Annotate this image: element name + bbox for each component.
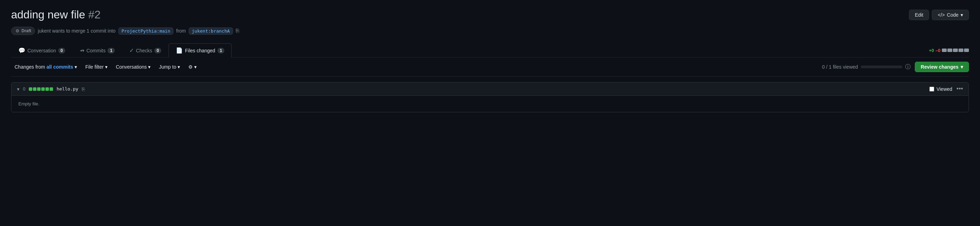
code-button[interactable]: </> Code ▾ — [932, 10, 969, 20]
file-header-right: Viewed ••• — [929, 85, 963, 92]
expand-icon: ▾ — [17, 86, 19, 92]
tab-conversation-badge: 0 — [58, 48, 65, 53]
code-icon: </> — [938, 12, 945, 18]
tab-conversation[interactable]: 💬 Conversation 0 — [11, 43, 73, 57]
jump-to-button[interactable]: Jump to ▾ — [155, 62, 183, 72]
file-filter-chevron-icon: ▾ — [105, 64, 108, 70]
review-changes-label: Review changes — [921, 64, 958, 70]
file-header-left: ▾ 0 hello.py ⎘ — [17, 86, 84, 92]
subtitle-row: ⊙ Draft jukent wants to merge 1 commit i… — [11, 27, 969, 35]
viewed-checkbox-label[interactable]: Viewed — [929, 86, 952, 92]
info-icon[interactable]: ⓘ — [905, 64, 911, 71]
expand-button[interactable]: ▾ — [17, 86, 19, 92]
diff-stat: +0 –0 — [929, 48, 969, 53]
file-diff-block-3 — [37, 88, 41, 91]
pr-title-text: adding new file — [11, 8, 85, 21]
tab-files-changed[interactable]: 📄 Files changed 1 — [169, 43, 232, 57]
diff-block-3 — [953, 49, 958, 52]
file-diff-block-5 — [45, 88, 49, 91]
file-diff-block-1 — [29, 88, 32, 91]
all-commits-label: all commits — [46, 64, 73, 70]
viewed-label: Viewed — [936, 86, 952, 92]
tab-checks-badge: 0 — [154, 48, 162, 53]
head-branch-pill[interactable]: jukent:branchA — [189, 27, 233, 35]
draft-icon: ⊙ — [15, 29, 20, 33]
conversations-label: Conversations — [116, 64, 147, 70]
more-menu-button[interactable]: ••• — [956, 85, 963, 92]
review-changes-button[interactable]: Review changes ▾ — [915, 62, 969, 72]
commits-icon: ↛ — [80, 47, 84, 54]
pr-number: #2 — [88, 8, 100, 21]
draft-badge: ⊙ Draft — [11, 27, 35, 35]
conversations-chevron-icon: ▾ — [148, 64, 151, 70]
diff-blocks — [942, 49, 969, 52]
toolbar-left: Changes from all commits ▾ File filter ▾… — [11, 62, 200, 72]
review-changes-chevron-icon: ▾ — [961, 64, 963, 70]
tab-files-changed-badge: 1 — [218, 48, 225, 53]
diff-plus: +0 — [929, 48, 934, 53]
more-menu-icon: ••• — [956, 85, 963, 92]
file-diff-block-6 — [49, 88, 53, 91]
copy-branch-icon[interactable]: ⎘ — [236, 28, 239, 34]
file-diff-block-2 — [33, 88, 37, 91]
tab-commits-badge: 1 — [108, 48, 115, 53]
diff-block-2 — [947, 49, 952, 52]
subtitle-text-from: from — [176, 28, 186, 33]
code-label: Code — [947, 12, 958, 18]
file-diff-block-4 — [41, 88, 45, 91]
viewed-checkbox-input[interactable] — [929, 87, 934, 92]
file-filter-button[interactable]: File filter ▾ — [82, 62, 111, 72]
draft-label: Draft — [22, 29, 31, 33]
changes-from-button[interactable]: Changes from all commits ▾ — [11, 62, 80, 72]
changes-from-label: Changes from — [14, 64, 45, 70]
files-viewed-bar — [861, 65, 902, 68]
files-changed-icon: 📄 — [176, 47, 183, 54]
settings-icon: ⚙ — [188, 64, 193, 70]
file-header: ▾ 0 hello.py ⎘ Viewed — [11, 83, 969, 95]
diff-minus: –0 — [935, 48, 940, 53]
diff-block-1 — [942, 49, 947, 52]
edit-button[interactable]: Edit — [909, 10, 929, 20]
tab-commits-label: Commits — [86, 48, 105, 53]
toolbar-right: 0 / 1 files viewed ⓘ Review changes ▾ — [822, 62, 969, 72]
subtitle-text-before: jukent wants to merge 1 commit into — [38, 28, 116, 33]
header-row: adding new file #2 Edit </> Code ▾ — [11, 8, 969, 21]
conversations-button[interactable]: Conversations ▾ — [112, 62, 154, 72]
diff-block-4 — [958, 49, 963, 52]
checks-icon: ✓ — [129, 47, 134, 54]
files-viewed-text: 0 / 1 files viewed — [822, 64, 858, 70]
tab-files-changed-label: Files changed — [185, 48, 215, 53]
file-copy-icon[interactable]: ⎘ — [82, 86, 84, 92]
base-branch-pill[interactable]: ProjectPythia:main — [118, 27, 173, 35]
jump-to-chevron-icon: ▾ — [178, 64, 180, 70]
file-diff-blocks — [29, 88, 53, 91]
conversation-icon: 💬 — [18, 47, 25, 54]
tabs-row: 💬 Conversation 0 ↛ Commits 1 ✓ Checks 0 … — [11, 43, 969, 57]
tab-checks-label: Checks — [136, 48, 152, 53]
tab-conversation-label: Conversation — [27, 48, 56, 53]
tab-checks[interactable]: ✓ Checks 0 — [122, 43, 169, 57]
settings-button[interactable]: ⚙ ▾ — [185, 62, 200, 72]
jump-to-label: Jump to — [159, 64, 176, 70]
file-name: hello.py — [57, 86, 78, 92]
tab-commits[interactable]: ↛ Commits 1 — [73, 43, 122, 57]
pr-title: adding new file #2 — [11, 8, 100, 21]
settings-chevron-icon: ▾ — [194, 64, 197, 70]
file-entry: ▾ 0 hello.py ⎘ Viewed — [11, 82, 969, 112]
header-actions: Edit </> Code ▾ — [909, 10, 969, 20]
tabs-list: 💬 Conversation 0 ↛ Commits 1 ✓ Checks 0 … — [11, 43, 232, 57]
chevron-down-icon: ▾ — [961, 12, 963, 18]
files-viewed: 0 / 1 files viewed ⓘ — [822, 64, 911, 71]
diff-block-5 — [964, 49, 969, 52]
file-content: Empty file. — [11, 95, 969, 112]
file-filter-label: File filter — [85, 64, 104, 70]
changes-from-chevron-icon: ▾ — [75, 64, 77, 70]
toolbar-row: Changes from all commits ▾ File filter ▾… — [11, 57, 969, 76]
file-diff-num: 0 — [23, 86, 25, 92]
file-empty-text: Empty file. — [18, 101, 40, 107]
